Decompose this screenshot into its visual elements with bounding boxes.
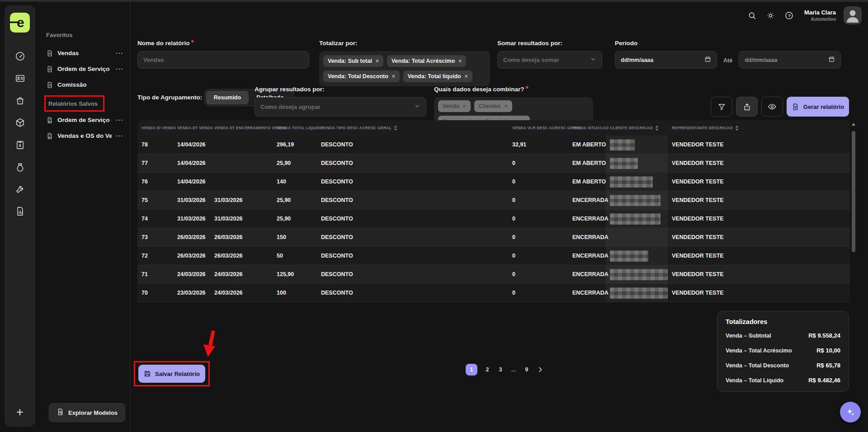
- page-button[interactable]: 9: [524, 366, 530, 373]
- column-header[interactable]: VENDA TIPO DESC ACRESC GERAL: [317, 126, 508, 131]
- cell: VENDEDOR TESTE: [668, 271, 850, 277]
- table-row[interactable]: 7226/03/202626/03/202650DESCONTO0ENCERRA…: [137, 247, 850, 265]
- cell: 0: [508, 271, 568, 277]
- cell: 0: [508, 197, 568, 203]
- save-report-button[interactable]: Salvar Relatório: [138, 365, 205, 383]
- tag-chip[interactable]: Venda: Sub total×: [323, 55, 383, 67]
- item-label: Ordem de Serviço (C...: [57, 117, 112, 123]
- scroll-up-icon[interactable]: [852, 123, 855, 126]
- app-root: e $ + Favoritos Vendas···Ordem de Serviç…: [0, 0, 868, 432]
- page-button[interactable]: 2: [484, 366, 491, 373]
- toggle-option-resumido[interactable]: Resumido: [206, 91, 249, 104]
- cliente-cell: [606, 284, 668, 302]
- cell: EM ABERTO: [568, 160, 606, 166]
- remove-tag-icon[interactable]: ×: [504, 103, 507, 109]
- user-block[interactable]: Maria Clara Automotivo: [804, 9, 836, 22]
- search-icon[interactable]: [747, 10, 758, 21]
- tag-chip[interactable]: Clientes×: [474, 100, 512, 112]
- column-header[interactable]: VENDA DT VENDA: [173, 126, 210, 131]
- cliente-cell: [606, 265, 668, 283]
- tag-chip[interactable]: Venda×: [438, 100, 471, 112]
- group-by-select[interactable]: Como deseja agrupar: [255, 97, 426, 117]
- saved-report-item[interactable]: AIVendas e OS do Vend...···: [35, 128, 130, 144]
- remove-tag-icon[interactable]: ×: [376, 58, 379, 64]
- remove-tag-icon[interactable]: ×: [463, 103, 466, 109]
- next-page-button[interactable]: [537, 366, 544, 373]
- help-icon[interactable]: ?: [784, 10, 795, 21]
- favorite-item[interactable]: Comissão: [35, 77, 130, 93]
- column-header[interactable]: VENDA VLR DESC ACRESC GERAL: [508, 126, 568, 131]
- cell: VENDEDOR TESTE: [668, 253, 850, 259]
- cell: DESCONTO: [317, 253, 508, 259]
- export-button[interactable]: [736, 97, 758, 117]
- cell: VENDEDOR TESTE: [668, 290, 850, 296]
- cell: 26/03/2026: [173, 234, 210, 240]
- table-row[interactable]: 7614/04/2026140DESCONTO0EM ABERTOVENDEDO…: [137, 173, 850, 191]
- wrench-icon[interactable]: [14, 183, 25, 194]
- scrollbar-thumb[interactable]: [852, 131, 855, 252]
- cell: 50: [273, 253, 317, 259]
- item-menu-icon[interactable]: ···: [116, 132, 123, 140]
- add-button[interactable]: +: [16, 406, 24, 418]
- cell: 100: [273, 290, 317, 296]
- table-header-row: VENDA ID VENDAVENDA DT VENDAVENDA DT ENC…: [137, 120, 850, 136]
- column-header[interactable]: CLIENTE DESCRICAO: [606, 126, 668, 131]
- cell: 72: [137, 253, 173, 259]
- table-row[interactable]: 7431/03/202631/03/202625,90DESCONTO0ENCE…: [137, 210, 850, 228]
- column-header[interactable]: VENDA ID VENDA: [137, 126, 173, 131]
- table-row[interactable]: 7714/04/202625,90DESCONTO0EM ABERTOVENDE…: [137, 154, 850, 173]
- sum-by-select[interactable]: Como deseja somar: [497, 51, 602, 69]
- cell: 31/03/2026: [173, 197, 210, 203]
- table-row[interactable]: 7124/03/202624/03/2026125,90DESCONTO0ENC…: [137, 265, 850, 284]
- table-row[interactable]: 7814/04/2026296,19DESCONTO32,91EM ABERTO…: [137, 136, 850, 154]
- speedometer-icon[interactable]: [14, 51, 25, 61]
- filter-button[interactable]: [711, 97, 732, 117]
- cell: 24/03/2026: [173, 271, 210, 277]
- item-menu-icon[interactable]: ···: [116, 117, 123, 124]
- remove-tag-icon[interactable]: ×: [458, 58, 462, 64]
- favorite-item[interactable]: Ordem de Serviço···: [35, 61, 130, 77]
- remove-tag-icon[interactable]: ×: [392, 73, 395, 80]
- page-button[interactable]: 1: [466, 364, 477, 376]
- item-menu-icon[interactable]: ···: [116, 66, 123, 73]
- invoice-dollar-icon[interactable]: $: [14, 139, 25, 150]
- totalizer-value: R$ 9.482,46: [808, 377, 840, 384]
- generate-report-button[interactable]: Gerar relatório: [787, 97, 849, 117]
- remove-tag-icon[interactable]: ×: [465, 73, 468, 80]
- report-name-input[interactable]: [143, 56, 303, 63]
- table-row[interactable]: 7023/03/202624/03/2026100DESCONTO0ENCERR…: [137, 284, 850, 302]
- table-row[interactable]: 7531/03/202631/03/202625,90DESCONTO0ENCE…: [137, 191, 850, 210]
- theme-icon[interactable]: [765, 10, 776, 21]
- explore-models-button[interactable]: Explorar Modelos: [49, 403, 125, 422]
- totalizer-label: Venda – Total Acréscimo: [726, 347, 792, 354]
- tag-chip[interactable]: Venda: Total liquido×: [403, 70, 472, 82]
- package-icon[interactable]: [14, 117, 25, 128]
- page-button[interactable]: 3: [497, 366, 504, 373]
- table-row[interactable]: 7326/03/202626/03/2026150DESCONTO0ENCERR…: [137, 228, 850, 247]
- cliente-cell: [606, 154, 668, 172]
- column-header[interactable]: VENDA DT ENCERRAMENTO VENDA: [210, 126, 273, 131]
- annotation-arrow: [198, 330, 219, 361]
- period-to-input[interactable]: dd/mm/aaaa: [739, 51, 841, 69]
- tag-chip[interactable]: Venda: Total Acréscimo×: [387, 55, 466, 67]
- period-from-input[interactable]: dd/mm/aaaa: [615, 51, 717, 69]
- id-card-icon[interactable]: [14, 73, 25, 84]
- calendar-icon: [704, 56, 711, 64]
- preview-eye-button[interactable]: [761, 97, 783, 117]
- app-logo[interactable]: e: [10, 13, 30, 33]
- column-header[interactable]: VENDA SITUACAO: [568, 126, 606, 131]
- money-bag-icon[interactable]: [14, 161, 25, 172]
- saved-report-item[interactable]: AIOrdem de Serviço (C...···: [35, 112, 130, 128]
- favorite-item[interactable]: Vendas···: [35, 45, 130, 61]
- tag-chip[interactable]: Venda: Total Desconto×: [323, 70, 400, 82]
- totalizer-value: R$ 9.558,24: [808, 332, 840, 339]
- totalizer-label: Venda – Subtotal: [726, 333, 771, 339]
- item-menu-icon[interactable]: ···: [116, 50, 123, 57]
- shopping-bag-icon[interactable]: [14, 95, 25, 106]
- ai-assistant-button[interactable]: [840, 402, 861, 423]
- report-file-icon[interactable]: [14, 206, 25, 216]
- column-header[interactable]: VENDA TOTAL LIQUIDO: [273, 126, 317, 131]
- column-header-label: VENDA TIPO DESC ACRESC GERAL: [321, 126, 392, 130]
- column-header[interactable]: REPRESENTANTE DESCRICAO: [668, 126, 850, 131]
- avatar[interactable]: [844, 6, 862, 24]
